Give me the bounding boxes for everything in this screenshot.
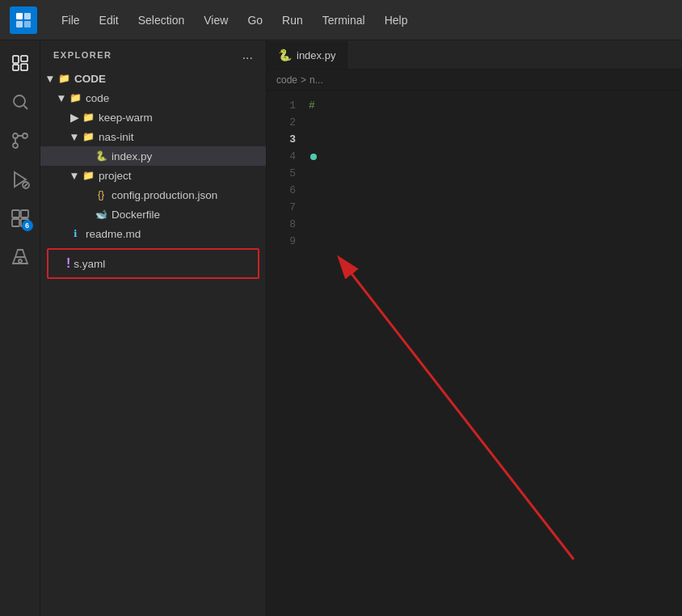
tree-label: nas-init	[99, 131, 134, 143]
svg-rect-16	[12, 210, 19, 217]
tree-label: config.production.json	[112, 189, 217, 201]
svg-rect-3	[24, 21, 31, 27]
breadcrumb: code > n...	[267, 70, 682, 91]
activity-testing[interactable]	[4, 241, 36, 273]
tree-label: s.yaml	[74, 258, 105, 270]
chevron-icon: ▼	[68, 169, 81, 182]
yaml-file-icon: !	[66, 256, 70, 271]
tree-item-nas-init[interactable]: ▼ 📁 nas-init	[40, 127, 266, 146]
sidebar: EXPLORER ... ▼ 📁 CODE ▼ 📁 code ▶ 📁 keep-…	[40, 40, 267, 616]
tree-item-code[interactable]: ▼ 📁 code	[40, 88, 266, 108]
svg-point-12	[23, 133, 27, 138]
chevron-icon: ▶	[68, 111, 81, 124]
menu-help[interactable]: Help	[377, 11, 416, 30]
main-layout: 6 EXPLORER ... ▼ 📁 CODE ▼	[0, 40, 682, 616]
folder-icon: 📁	[81, 168, 95, 183]
editor-tab-index-py[interactable]: 🐍 index.py	[267, 41, 347, 69]
sidebar-header: EXPLORER ...	[40, 40, 266, 69]
file-tree: ▼ 📁 CODE ▼ 📁 code ▶ 📁 keep-warm ▼ 📁 nas-…	[40, 69, 266, 616]
tree-label: CODE	[74, 73, 106, 85]
info-file-icon: ℹ	[68, 226, 82, 241]
code-content: #	[309, 97, 682, 250]
svg-rect-18	[12, 219, 19, 226]
svg-rect-4	[13, 56, 19, 63]
docker-file-icon: 🐋	[94, 207, 108, 222]
activity-search[interactable]	[4, 86, 36, 118]
tree-label: Dockerfile	[112, 209, 160, 221]
menu-file[interactable]: File	[53, 11, 88, 30]
python-tab-icon: 🐍	[278, 49, 292, 61]
tree-item-readme[interactable]: ▶ ℹ readme.md	[40, 224, 266, 243]
editor-area: 🐍 index.py code > n... 1 2 3 4 5 6 7 8 9…	[267, 40, 682, 616]
tree-label: index.py	[112, 150, 152, 162]
svg-rect-1	[24, 13, 31, 19]
tree-item-dockerfile[interactable]: ▶ 🐋 Dockerfile	[40, 205, 266, 224]
svg-rect-0	[16, 13, 23, 19]
tree-label: keep-warm	[99, 112, 153, 124]
activity-bar: 6	[0, 40, 40, 616]
titlebar: File Edit Selection View Go Run Terminal…	[0, 0, 682, 40]
editor-tabs: 🐍 index.py	[267, 40, 682, 70]
tree-label: code	[86, 92, 109, 104]
tree-item-index-py[interactable]: ▶ 🐍 index.py	[40, 146, 266, 166]
tree-label: project	[99, 170, 132, 182]
chevron-icon: ▼	[68, 130, 81, 143]
svg-rect-6	[21, 56, 27, 61]
editor-content: 1 2 3 4 5 6 7 8 9 #	[267, 91, 682, 616]
svg-point-20	[19, 259, 22, 263]
chevron-icon: ▼	[44, 72, 57, 85]
activity-explorer[interactable]	[4, 47, 36, 79]
folder-icon: 📁	[57, 71, 71, 86]
svg-rect-17	[21, 210, 28, 217]
svg-rect-5	[13, 65, 19, 70]
extensions-badge: 6	[22, 220, 33, 231]
tree-item-code-root[interactable]: ▼ 📁 CODE	[40, 69, 266, 88]
tree-item-project[interactable]: ▼ 📁 project	[40, 166, 266, 185]
svg-line-22	[347, 268, 574, 559]
folder-icon: 📁	[68, 91, 82, 105]
sidebar-more-actions[interactable]: ...	[242, 48, 253, 62]
python-file-icon: 🐍	[94, 149, 108, 163]
menu-selection[interactable]: Selection	[130, 11, 193, 30]
menu-terminal[interactable]: Terminal	[314, 11, 373, 30]
folder-icon: 📁	[81, 110, 95, 124]
app-logo	[10, 6, 37, 34]
activity-extensions[interactable]: 6	[4, 202, 36, 234]
svg-line-9	[23, 106, 27, 110]
tree-item-keep-warm[interactable]: ▶ 📁 keep-warm	[40, 108, 266, 127]
menu-edit[interactable]: Edit	[91, 11, 127, 30]
folder-icon: 📁	[81, 129, 95, 144]
tree-label: readme.md	[86, 228, 141, 240]
chevron-icon: ▼	[55, 91, 68, 104]
menu-run[interactable]: Run	[274, 11, 311, 30]
line-numbers: 1 2 3 4 5 6 7 8 9	[267, 97, 305, 250]
svg-rect-2	[16, 21, 23, 27]
menu-view[interactable]: View	[196, 11, 236, 30]
menu-go[interactable]: Go	[239, 11, 271, 30]
breadcrumb-separator: >	[301, 74, 306, 86]
svg-point-11	[13, 143, 18, 148]
activity-run-debug[interactable]	[4, 163, 36, 196]
svg-point-10	[13, 133, 18, 138]
activity-source-control[interactable]	[4, 124, 36, 157]
tree-item-s-yaml[interactable]: ▶ ! s.yaml	[47, 248, 259, 279]
breadcrumb-part-1: code	[276, 74, 297, 86]
sidebar-title: EXPLORER	[53, 50, 112, 60]
tab-filename: index.py	[297, 49, 335, 61]
menu-bar: File Edit Selection View Go Run Terminal…	[53, 11, 415, 30]
svg-point-8	[14, 95, 25, 107]
json-file-icon: {}	[94, 188, 108, 202]
svg-rect-7	[21, 64, 27, 70]
breadcrumb-part-2: n...	[309, 74, 323, 86]
tree-item-config-json[interactable]: ▶ {} config.production.json	[40, 185, 266, 205]
